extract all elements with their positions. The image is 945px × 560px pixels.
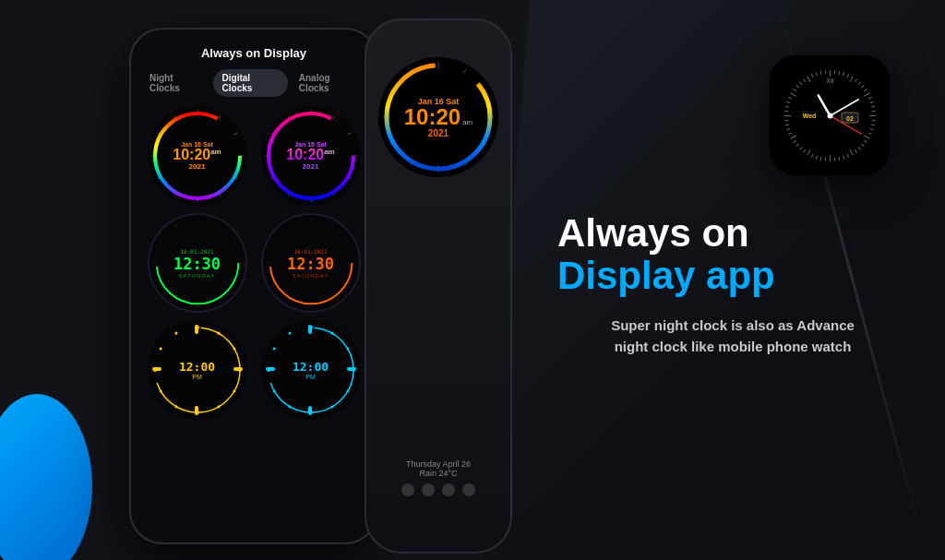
clock-time: 10:20am	[173, 148, 221, 162]
clock-dot-yellow-content: 12:00 PM	[179, 360, 215, 380]
clock-dot-cyan-content: 12:00 PM	[293, 360, 329, 380]
clock-dot-yellow[interactable]: 12:00 PM	[148, 320, 247, 420]
tab-night-clocks[interactable]: Night Clocks	[140, 69, 211, 97]
svg-rect-68	[195, 406, 198, 415]
clock-digital-green-content: 16:01:2021 12:30 SATURDAY	[173, 248, 221, 279]
svg-rect-67	[195, 325, 198, 334]
clock-rainbow[interactable]: Jan 16 Sat 10:20am 2021	[148, 106, 247, 206]
app-icon-row	[401, 483, 475, 496]
digital-time-1: 12:30	[173, 255, 221, 273]
svg-line-15	[347, 133, 350, 135]
wechat-icon	[401, 483, 414, 496]
clock-digital-orange-content: 16:01:2021 12:30 SATURDAY	[287, 248, 334, 279]
large-clock-ampm: am	[462, 118, 472, 126]
square-clock-svg: XII Wed Oct 02	[777, 63, 883, 169]
svg-line-36	[159, 241, 161, 242]
digital-time-2: 12:30	[287, 255, 334, 273]
svg-point-80	[287, 331, 291, 335]
dot-clock-time-1: 12:00	[179, 360, 215, 374]
weather-line1: Thursday April 26	[401, 459, 475, 469]
svg-line-30	[233, 284, 236, 285]
svg-point-62	[159, 347, 162, 351]
large-clock: Jan 16 Sat 10:20 am 2021	[378, 57, 498, 177]
clock-purple-content: Jan 16 Sat 10:20am 2021	[286, 141, 334, 171]
svg-line-31	[218, 299, 219, 302]
svg-text:XII: XII	[826, 77, 834, 84]
svg-text:Wed: Wed	[802, 113, 816, 119]
large-clock-text: Jan 16 Sat 10:20 am 2021	[404, 97, 473, 138]
subtitle: Super night clock is also as Advancenigh…	[557, 316, 908, 357]
digital-day-2: SATURDAY	[287, 273, 334, 279]
svg-line-49	[272, 241, 275, 242]
tab-digital-clocks[interactable]: Digital Clocks	[213, 69, 288, 97]
clock-digital-orange[interactable]: 16:01:2021 12:30 SATURDAY	[261, 213, 361, 313]
clock-purple[interactable]: Jan 16 Sat 10:20am 2021	[261, 106, 361, 206]
digital-date-1: 16:01:2021	[173, 248, 221, 255]
svg-line-28	[233, 241, 236, 242]
large-clock-time: 10:20	[404, 106, 461, 128]
phone-app-title: Always on Display	[140, 46, 367, 60]
svg-line-87	[464, 69, 467, 73]
svg-line-40	[331, 224, 332, 227]
svg-rect-84	[308, 325, 312, 334]
svg-line-44	[331, 299, 332, 302]
dot-clock-time-2: 12:00	[293, 360, 329, 374]
svg-line-46	[288, 299, 289, 302]
tab-analog-clocks[interactable]: Analog Clocks	[290, 69, 367, 97]
svg-line-37	[174, 224, 175, 227]
bg-blue-accent	[0, 394, 92, 560]
svg-line-33	[174, 299, 175, 302]
square-clock-face: XII Wed Oct 02	[777, 63, 883, 169]
digital-date-2: 16:01:2021	[287, 248, 334, 255]
svg-line-1	[219, 116, 221, 119]
clock-year-2: 2021	[286, 162, 334, 171]
svg-line-41	[347, 241, 350, 242]
svg-line-43	[347, 284, 350, 285]
circle-icon	[442, 483, 455, 496]
svg-point-164	[827, 113, 832, 118]
clock-time-2: 10:20am	[286, 148, 334, 162]
svg-line-50	[288, 224, 289, 227]
digital-day-1: SATURDAY	[173, 273, 221, 279]
weather-section: Thursday April 26 Rain 24°C	[401, 459, 475, 533]
svg-rect-66	[233, 367, 243, 371]
svg-rect-65	[152, 367, 161, 371]
promo-text: Always on Display app Super night clock …	[557, 212, 908, 357]
clock-dot-cyan[interactable]: 12:00 PM	[261, 320, 361, 420]
clock-row-2: 16:01:2021 12:30 SATURDAY	[140, 213, 367, 313]
headline-line1: Always on	[557, 212, 908, 255]
large-clock-year: 2021	[404, 128, 473, 138]
weather-line2: Rain 24°C	[401, 469, 475, 478]
svg-line-47	[272, 284, 275, 285]
contact-icon	[422, 483, 435, 496]
dot-clock-ampm-2: PM	[293, 374, 329, 380]
svg-point-63	[173, 331, 177, 335]
svg-text:02: 02	[846, 114, 854, 121]
svg-point-79	[272, 347, 276, 351]
phone-mockup: Always on Display Night Clocks Digital C…	[129, 28, 378, 544]
clock-year: 2021	[173, 162, 221, 171]
square-clock-widget: XII Wed Oct 02	[770, 55, 890, 175]
clock-rainbow-content: Jan 16 Sat 10:20am 2021	[173, 141, 221, 171]
clock-digital-green[interactable]: 16:01:2021 12:30 SATURDAY	[148, 213, 247, 313]
headline-line2: Display app	[557, 255, 908, 297]
clock-row-1: Jan 16 Sat 10:20am 2021	[140, 106, 367, 206]
svg-rect-85	[308, 406, 312, 415]
svg-line-2	[233, 133, 236, 135]
dot-clock-ampm-1: PM	[179, 374, 215, 380]
large-phone-mockup: Jan 16 Sat 10:20 am 2021 Thursday April …	[365, 18, 512, 554]
svg-rect-83	[347, 367, 356, 371]
svg-rect-82	[266, 367, 275, 371]
phone-icon	[462, 483, 475, 496]
clock-row-3: 12:00 PM	[140, 320, 367, 420]
svg-line-34	[159, 284, 161, 285]
svg-line-27	[218, 224, 219, 227]
svg-line-14	[332, 116, 334, 119]
tab-bar: Night Clocks Digital Clocks Analog Clock…	[140, 69, 367, 97]
